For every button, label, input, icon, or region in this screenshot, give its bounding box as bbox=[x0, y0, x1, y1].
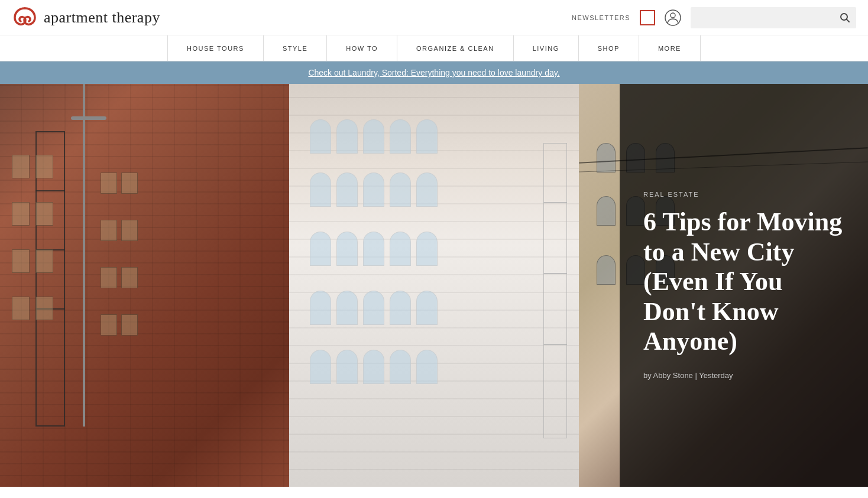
hero-center-bg bbox=[289, 84, 579, 487]
header-actions: NEWSLETTERS bbox=[572, 7, 856, 28]
svg-line-3 bbox=[847, 19, 850, 22]
site-header: apartment therapy NEWSLETTERS bbox=[0, 0, 868, 35]
logo-icon bbox=[12, 5, 38, 31]
hero-left-bg bbox=[0, 84, 289, 487]
hero-title: 6 Tips for Moving to a New City (Even If… bbox=[643, 207, 844, 357]
promo-link[interactable]: Check out Laundry, Sorted: Everything yo… bbox=[308, 68, 559, 77]
search-input[interactable] bbox=[697, 13, 840, 22]
hero-section: REAL ESTATE 6 Tips for Moving to a New C… bbox=[0, 84, 868, 487]
hero-byline: by Abby Stone | Yesterday bbox=[643, 371, 844, 380]
search-icon bbox=[840, 12, 850, 23]
bookmark-icon[interactable] bbox=[640, 10, 655, 25]
newsletters-label: NEWSLETTERS bbox=[572, 14, 630, 21]
nav-item-shop[interactable]: SHOP bbox=[579, 35, 639, 61]
logo-text: apartment therapy bbox=[44, 9, 160, 27]
svg-point-1 bbox=[671, 13, 675, 18]
account-icon[interactable] bbox=[665, 9, 681, 26]
nav-item-how-to[interactable]: HOW TO bbox=[327, 35, 397, 61]
nav-item-house-tours[interactable]: HOUSE TOURS bbox=[167, 35, 264, 61]
nav-item-more[interactable]: MORE bbox=[639, 35, 701, 61]
promo-banner: Check out Laundry, Sorted: Everything yo… bbox=[0, 61, 868, 84]
nav-item-organize-clean[interactable]: ORGANIZE & CLEAN bbox=[397, 35, 514, 61]
search-box bbox=[691, 7, 856, 28]
hero-category: REAL ESTATE bbox=[643, 191, 844, 198]
nav-item-style[interactable]: STYLE bbox=[264, 35, 327, 61]
site-logo[interactable]: apartment therapy bbox=[12, 5, 160, 31]
main-nav: HOUSE TOURS STYLE HOW TO ORGANIZE & CLEA… bbox=[0, 35, 868, 61]
hero-article-card[interactable]: REAL ESTATE 6 Tips for Moving to a New C… bbox=[620, 84, 868, 487]
nav-item-living[interactable]: LIVING bbox=[514, 35, 579, 61]
search-button[interactable] bbox=[840, 12, 850, 23]
